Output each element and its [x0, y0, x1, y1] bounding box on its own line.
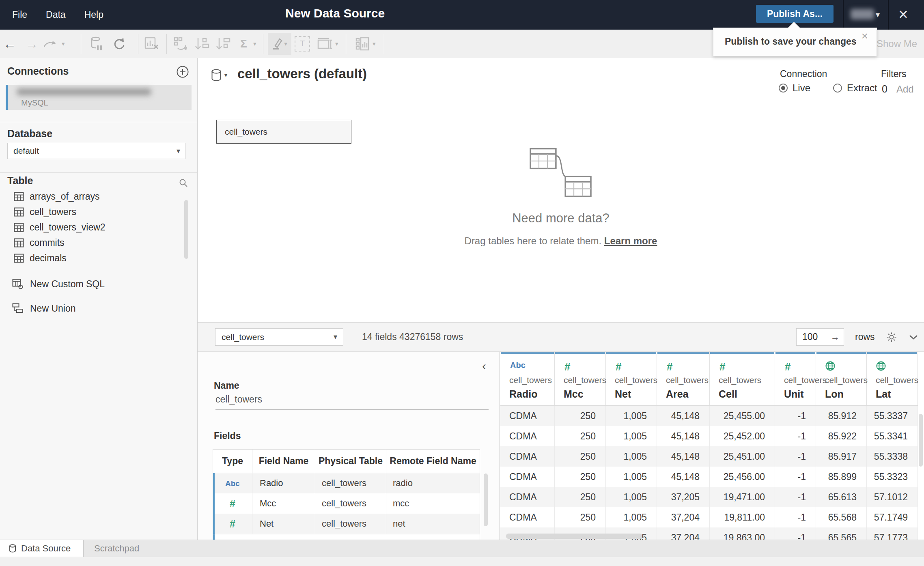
- metadata-panel: ‹ Name cell_towers Fields Type Field Nam…: [198, 352, 500, 540]
- sort-ascending-icon[interactable]: [195, 37, 209, 51]
- table-node-cell-towers[interactable]: cell_towers: [216, 120, 351, 144]
- row-count-input[interactable]: 100 →: [796, 328, 844, 346]
- grid-column-header[interactable]: cell_towers Lon: [816, 352, 867, 405]
- grid-column-header[interactable]: cell_towers Lat: [867, 352, 918, 405]
- column-name-label: Radio: [509, 388, 537, 400]
- pause-updates-icon[interactable]: [90, 37, 104, 51]
- new-custom-sql-item[interactable]: New Custom SQL: [0, 276, 197, 292]
- field-row[interactable]: Abc Radio cell_towers radio: [213, 473, 480, 493]
- database-icon: [211, 69, 222, 82]
- tooltip-close-icon[interactable]: ×: [859, 30, 871, 43]
- cell-net: 1,005: [606, 467, 657, 487]
- cell-area: 45,148: [657, 406, 710, 426]
- user-menu-caret-icon[interactable]: ▾: [876, 10, 880, 19]
- text-label-tool-icon[interactable]: T: [295, 36, 310, 52]
- grid-horizontal-scrollbar-thumb[interactable]: [506, 534, 642, 539]
- sidebar-scrollbar-thumb[interactable]: [184, 200, 188, 259]
- cell-lat: 57.1749: [867, 507, 918, 527]
- column-name-label: Lat: [876, 388, 891, 400]
- cell-area: 37,204: [657, 527, 710, 540]
- window-close-icon[interactable]: ×: [892, 4, 915, 25]
- learn-more-link[interactable]: Learn more: [604, 235, 657, 246]
- new-union-item[interactable]: New Union: [0, 301, 197, 316]
- grid-column-header[interactable]: # cell_towers Net: [606, 352, 657, 405]
- extract-label[interactable]: Extract: [847, 82, 877, 94]
- row-count-submit-icon[interactable]: →: [831, 329, 840, 345]
- menu-help[interactable]: Help: [84, 9, 103, 20]
- preview-table-select[interactable]: cell_towers ▾: [215, 328, 343, 346]
- live-label[interactable]: Live: [793, 82, 810, 94]
- remote-field-cell: net: [386, 514, 480, 534]
- database-select[interactable]: default ▾: [7, 143, 185, 159]
- highlight-pen-icon: [272, 38, 282, 50]
- field-row[interactable]: # Mcc cell_towers mcc: [213, 493, 480, 514]
- table-list-item[interactable]: commits: [0, 235, 197, 250]
- show-me-caret-icon[interactable]: ▾: [373, 40, 376, 47]
- table-grid-icon: [14, 192, 24, 201]
- grid-column-header[interactable]: # cell_towers Unit: [775, 352, 816, 405]
- grid-header-row: Abc cell_towers Radio # cell_towers Mcc …: [500, 352, 918, 406]
- metadata-collapse-icon[interactable]: ‹: [482, 359, 486, 373]
- physical-table-cell: cell_towers: [315, 493, 386, 514]
- table-name-label: cell_towers: [30, 207, 76, 217]
- column-source-label: cell_towers: [509, 375, 552, 385]
- cell-unit: -1: [775, 426, 816, 446]
- fit-selector-icon[interactable]: [317, 38, 333, 50]
- datasource-icon-group[interactable]: ▾: [211, 69, 227, 82]
- redo-icon[interactable]: →: [25, 37, 38, 52]
- toolbar-divider: [263, 34, 263, 54]
- totals-sigma-icon[interactable]: Σ: [240, 37, 247, 50]
- connection-item[interactable]: MySQL: [6, 85, 192, 110]
- fields-scrollbar-thumb[interactable]: [484, 473, 488, 526]
- grid-column-header[interactable]: # cell_towers Area: [657, 352, 710, 405]
- table-list-item[interactable]: arrays_of_arrays: [0, 189, 197, 204]
- column-type-icon: Abc: [510, 361, 526, 370]
- grid-column-header[interactable]: # cell_towers Mcc: [555, 352, 606, 405]
- replay-caret-icon[interactable]: ▾: [62, 40, 65, 47]
- rows-label: rows: [855, 323, 875, 351]
- show-me-panel-icon[interactable]: [355, 37, 369, 51]
- preview-settings-gear-icon[interactable]: [886, 332, 897, 342]
- cell-radio: CDMA: [500, 406, 555, 426]
- extract-radio[interactable]: [833, 84, 842, 93]
- table-list-item[interactable]: cell_towers_view2: [0, 220, 197, 235]
- add-connection-icon[interactable]: [176, 65, 189, 78]
- replay-icon[interactable]: [43, 39, 58, 49]
- swap-rows-columns-icon[interactable]: [174, 37, 189, 51]
- table-list-item[interactable]: cell_towers: [0, 204, 197, 220]
- cell-mcc: 250: [555, 467, 606, 487]
- globe-icon: [825, 361, 836, 371]
- field-row[interactable]: # Net cell_towers net: [213, 514, 480, 534]
- user-avatar-redacted[interactable]: [851, 9, 874, 19]
- column-source-label: cell_towers: [876, 375, 918, 385]
- column-type-icon: #: [564, 361, 570, 373]
- live-radio[interactable]: [779, 84, 788, 93]
- grid-column-header[interactable]: Abc cell_towers Radio: [500, 352, 555, 405]
- fit-caret-icon[interactable]: ▾: [335, 40, 338, 47]
- show-me-button[interactable]: Show Me: [877, 38, 917, 49]
- grid-vertical-scrollbar-thumb[interactable]: [919, 414, 923, 467]
- connections-heading: Connections: [7, 65, 69, 77]
- filters-add-link[interactable]: Add: [896, 84, 914, 95]
- cell-area: 45,148: [657, 467, 710, 487]
- tab-scratchpad[interactable]: Scratchpad: [84, 540, 194, 557]
- clear-sheet-icon[interactable]: [144, 37, 159, 51]
- empty-state-heading: Need more data?: [465, 211, 657, 226]
- menu-file[interactable]: File: [12, 9, 27, 20]
- tab-data-source[interactable]: Data Source: [0, 540, 84, 557]
- undo-icon[interactable]: ←: [3, 37, 16, 52]
- table-search-icon[interactable]: [179, 178, 188, 188]
- sort-descending-icon[interactable]: [216, 37, 230, 51]
- totals-caret-icon[interactable]: ▾: [253, 40, 256, 47]
- table-list-item[interactable]: decimals: [0, 250, 197, 266]
- name-input[interactable]: cell_towers: [215, 394, 262, 405]
- publish-as-button[interactable]: Publish As...: [756, 5, 834, 23]
- cell-net: 1,005: [606, 406, 657, 426]
- grid-column-header[interactable]: # cell_towers Cell: [710, 352, 775, 405]
- cell-unit: -1: [775, 527, 816, 540]
- preview-collapse-chevron-icon[interactable]: [909, 334, 918, 340]
- highlight-tool-button[interactable]: ▾: [268, 33, 291, 55]
- cell-mcc: 250: [555, 507, 606, 527]
- refresh-icon[interactable]: [112, 37, 126, 51]
- menu-data[interactable]: Data: [46, 9, 66, 20]
